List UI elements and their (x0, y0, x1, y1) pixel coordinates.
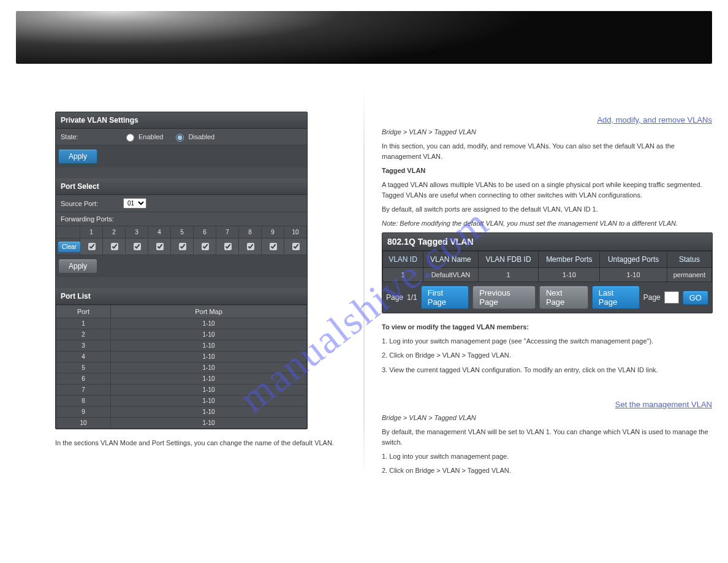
port-map-value: 1-10 (111, 418, 307, 429)
mgmt-para: By default, the management VLAN will be … (382, 427, 712, 448)
next-page-button[interactable]: Next Page (539, 286, 588, 309)
state-radios: Enabled Disabled (123, 132, 214, 142)
port-map-value: 1-10 (111, 318, 307, 329)
step-1: 1. Log into your switch management page … (382, 336, 712, 347)
port-list-row: 81-10 (56, 396, 307, 407)
port-list-table: Port Port Map 11-1021-1031-1041-1051-106… (56, 305, 307, 429)
port-number: 9 (56, 407, 111, 418)
port-list-row: 41-10 (56, 351, 307, 362)
heading-add-modify: Add, modify, and remove VLANs (597, 115, 712, 124)
page-input[interactable] (664, 291, 679, 304)
port-map-value: 1-10 (111, 329, 307, 340)
row-untagged-ports: 1-10 (600, 268, 667, 282)
fwd-check-6[interactable] (202, 243, 209, 250)
link-set-mgmt-vlan: Set the management VLAN (615, 400, 712, 409)
fwd-head-5: 5 (171, 226, 194, 239)
port-list-row: 91-10 (56, 407, 307, 418)
port-list-title: Port List (56, 288, 307, 305)
mgmt-nav: Bridge > VLAN > Tagged VLAN (382, 413, 712, 423)
col-untagged-ports: Untagged Ports (600, 251, 667, 268)
list-text: A tagged VLAN allows multiple VLANs to b… (382, 180, 712, 201)
page-label: Page (643, 293, 661, 302)
showing-default: By default, all switch ports are assigne… (382, 204, 712, 215)
mgmt-step-2: 2. Click on Bridge > VLAN > Tagged VLAN. (382, 465, 712, 476)
port-number: 4 (56, 351, 111, 362)
fwd-check-2[interactable] (111, 243, 118, 250)
map-col-header: Port Map (111, 305, 307, 318)
state-disabled-label: Disabled (188, 133, 214, 140)
step-2: 2. Click on Bridge > VLAN > Tagged VLAN. (382, 350, 712, 361)
fwd-check-10[interactable] (292, 243, 300, 250)
port-list-row: 101-10 (56, 418, 307, 429)
port-list-row: 61-10 (56, 373, 307, 385)
apply-button-2[interactable]: Apply (58, 259, 97, 274)
port-list-row: 21-10 (56, 329, 307, 340)
port-map-value: 1-10 (111, 396, 307, 407)
column-divider (363, 87, 365, 480)
port-number: 3 (56, 340, 111, 351)
fwd-head-8: 8 (239, 226, 262, 239)
apply-button-1[interactable]: Apply (58, 149, 97, 164)
port-number: 2 (56, 329, 111, 340)
note-text: Note: Before modifying the default VLAN,… (382, 218, 712, 229)
row-member-ports: 1-10 (539, 268, 600, 282)
intro-below-image: In the sections VLAN Mode and Port Setti… (55, 438, 346, 448)
fwd-check-8[interactable] (247, 243, 254, 250)
tagged-vlan-title: 802.1Q Tagged VLAN (382, 233, 712, 251)
port-list-row: 31-10 (56, 340, 307, 351)
row-vlan-name: DefaultVLAN (423, 268, 479, 282)
port-number: 1 (56, 318, 111, 329)
mgmt-step-1: 1. Log into your switch management page. (382, 451, 712, 462)
fwd-check-5[interactable] (179, 243, 186, 250)
col-vlan-name: VLAN Name (423, 251, 479, 268)
row-vlan-fdb: 1 (478, 268, 538, 282)
state-disabled-option[interactable]: Disabled (173, 132, 214, 142)
port-select-title: Port Select (56, 178, 307, 195)
last-page-button[interactable]: Last Page (592, 286, 640, 309)
state-label: State: (61, 133, 117, 140)
fwd-head-7: 7 (216, 226, 239, 239)
state-disabled-radio[interactable] (176, 134, 184, 142)
clear-button[interactable]: Clear (58, 241, 81, 253)
port-list-row: 51-10 (56, 362, 307, 373)
fwd-check-9[interactable] (270, 243, 277, 250)
col-member-ports: Member Ports (539, 251, 600, 268)
port-map-value: 1-10 (111, 351, 307, 362)
port-map-value: 1-10 (111, 407, 307, 418)
header-banner (16, 11, 712, 64)
state-enabled-option[interactable]: Enabled (123, 132, 163, 142)
port-number: 6 (56, 373, 111, 385)
port-number: 10 (56, 418, 111, 429)
table-row: 1 DefaultVLAN 1 1-10 1-10 permanent (383, 268, 712, 282)
fwd-head-4: 4 (148, 226, 171, 239)
fwd-check-1[interactable] (88, 243, 96, 250)
source-port-select[interactable]: 01 (123, 198, 146, 209)
fwd-check-4[interactable] (156, 243, 164, 250)
first-page-button[interactable]: First Page (421, 286, 469, 309)
port-col-header: Port (56, 305, 111, 318)
fwd-head-10: 10 (284, 226, 307, 239)
go-button[interactable]: GO (683, 291, 708, 305)
fwd-head-1: 1 (80, 226, 103, 239)
fwd-check-7[interactable] (224, 243, 232, 250)
steps-heading: To view or modify the tagged VLAN member… (382, 323, 529, 331)
port-number: 8 (56, 396, 111, 407)
port-map-value: 1-10 (111, 385, 307, 396)
col-vlan-fdb: VLAN FDB ID (478, 251, 538, 268)
page-info-prefix: Page (386, 293, 403, 302)
private-vlan-title: Private VLAN Settings (56, 112, 307, 129)
row-vlan-id[interactable]: 1 (401, 271, 404, 278)
fwd-check-3[interactable] (134, 243, 141, 250)
col-vlan-id[interactable]: VLAN ID (389, 255, 417, 264)
port-map-value: 1-10 (111, 373, 307, 385)
forwarding-ports-label: Forwarding Ports: (61, 215, 114, 223)
fwd-head-3: 3 (126, 226, 148, 239)
previous-page-button[interactable]: Previous Page (472, 286, 536, 309)
para1: In this section, you can add, modify, an… (382, 141, 712, 162)
port-number: 5 (56, 362, 111, 373)
tagged-list-heading: Tagged VLAN (382, 167, 425, 174)
fwd-head-6: 6 (194, 226, 216, 239)
state-enabled-radio[interactable] (126, 134, 134, 142)
private-vlan-panel: Private VLAN Settings State: Enabled Dis… (55, 112, 308, 429)
tagged-vlan-pager: Page 1/1 First Page Previous Page Next P… (382, 282, 712, 313)
